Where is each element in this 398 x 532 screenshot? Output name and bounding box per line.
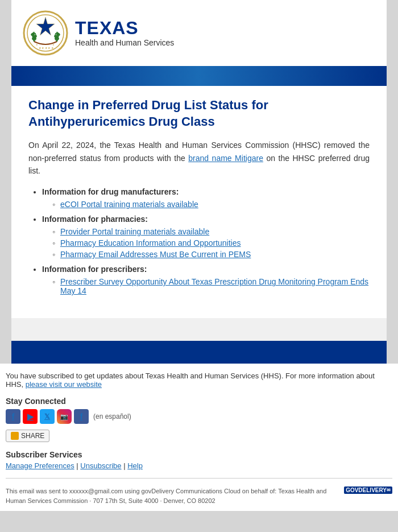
logo-hhs-text: Health and Human Services	[75, 38, 174, 47]
share-icon	[11, 432, 19, 440]
visit-website-link[interactable]: please visit our website	[26, 380, 102, 389]
content-spacer	[11, 318, 387, 341]
subscriber-links: Manage Preferences | Unsubscribe | Help	[6, 461, 392, 470]
logo-texas-text: TEXAS	[75, 19, 174, 37]
svg-text:★: ★	[36, 43, 38, 46]
facebook-espanol-icon[interactable]: f	[74, 409, 89, 424]
footer-bottom: This email was sent to xxxxxx@gmail.com …	[6, 486, 392, 505]
email-card: ★ ★ ★ ★ ★ ★ ★ TEXAS Health and Human Ser…	[11, 0, 387, 364]
help-link[interactable]: Help	[127, 461, 143, 470]
ecoi-portal-link[interactable]: eCOI Portal training materials available	[60, 200, 198, 209]
govdelivery-logo: GOVDELIVERY ✉	[344, 486, 392, 494]
logo-text-block: TEXAS Health and Human Services	[75, 19, 174, 47]
article-body: On April 22, 2024, the Texas Health and …	[28, 139, 370, 177]
article-title: Change in Preferred Drug List Status for…	[28, 97, 370, 130]
footer-bottom-text: This email was sent to xxxxxx@gmail.com …	[6, 486, 335, 505]
mitigare-link[interactable]: brand name Mitigare	[188, 154, 263, 163]
youtube-icon[interactable]: ▶	[23, 409, 38, 424]
govdelivery-badge: GOVDELIVERY ✉	[344, 486, 392, 494]
section-prescribers: Information for prescribers: Prescriber …	[42, 265, 370, 295]
sections-list: Information for drug manufacturers: eCOI…	[28, 187, 370, 295]
manufacturers-links: eCOI Portal training materials available	[42, 200, 370, 209]
svg-text:★: ★	[52, 43, 55, 46]
svg-text:★ ★ ★ ★ ★: ★ ★ ★ ★ ★	[39, 46, 54, 50]
prescriber-survey-link[interactable]: Prescriber Survey Opportunity About Texa…	[60, 277, 368, 295]
section-pharmacies: Information for pharmacies: Provider Por…	[42, 215, 370, 259]
share-button[interactable]: SHARE	[6, 430, 49, 442]
footer-area: You have subscribed to get updates about…	[0, 364, 398, 511]
provider-portal-link[interactable]: Provider Portal training materials avail…	[60, 227, 209, 236]
email-wrapper: ★ ★ ★ ★ ★ ★ ★ TEXAS Health and Human Ser…	[0, 0, 398, 511]
main-content: Change in Preferred Drug List Status for…	[11, 86, 387, 318]
pharmacies-links: Provider Portal training materials avail…	[42, 227, 370, 259]
subscriber-services-label: Subscriber Services	[6, 450, 392, 459]
list-item: Pharmacy Education Information and Oppor…	[52, 238, 370, 248]
unsubscribe-link[interactable]: Unsubscribe	[80, 461, 121, 470]
section-pharmacies-label: Information for pharmacies:	[42, 215, 148, 224]
list-item: Provider Portal training materials avail…	[52, 227, 370, 236]
section-manufacturers: Information for drug manufacturers: eCOI…	[42, 187, 370, 209]
share-button-label: SHARE	[21, 432, 44, 440]
header-logo-area: ★ ★ ★ ★ ★ ★ ★ TEXAS Health and Human Ser…	[11, 0, 387, 66]
subscription-text: You have subscribed to get updates about…	[6, 372, 392, 389]
facebook-icon[interactable]: f	[6, 409, 20, 424]
instagram-icon[interactable]: 📷	[57, 409, 72, 424]
list-item: Prescriber Survey Opportunity About Texa…	[52, 277, 370, 295]
pharmacy-education-link[interactable]: Pharmacy Education Information and Oppor…	[60, 238, 241, 248]
footer-divider	[6, 478, 392, 479]
list-item: eCOI Portal training materials available	[52, 200, 370, 209]
section-prescribers-label: Information for prescribers:	[42, 265, 147, 274]
pharmacy-email-link[interactable]: Pharmacy Email Addresses Must Be Current…	[60, 250, 251, 259]
section-manufacturers-label: Information for drug manufacturers:	[42, 187, 179, 196]
en-espanol-label: (en español)	[93, 413, 131, 420]
svg-point-8	[55, 38, 59, 40]
list-item: Pharmacy Email Addresses Must Be Current…	[52, 250, 370, 259]
svg-point-5	[32, 38, 36, 40]
svg-marker-2	[36, 17, 55, 35]
bottom-blue-banner	[11, 341, 387, 364]
twitter-icon[interactable]: 𝕏	[40, 409, 55, 424]
manage-preferences-link[interactable]: Manage Preferences	[6, 461, 74, 470]
top-blue-banner	[11, 66, 387, 86]
social-icons-row: f ▶ 𝕏 📷 f (en español)	[6, 409, 392, 424]
texas-seal-icon: ★ ★ ★ ★ ★ ★ ★	[23, 10, 68, 56]
stay-connected-label: Stay Connected	[6, 397, 392, 406]
prescribers-links: Prescriber Survey Opportunity About Texa…	[42, 277, 370, 295]
